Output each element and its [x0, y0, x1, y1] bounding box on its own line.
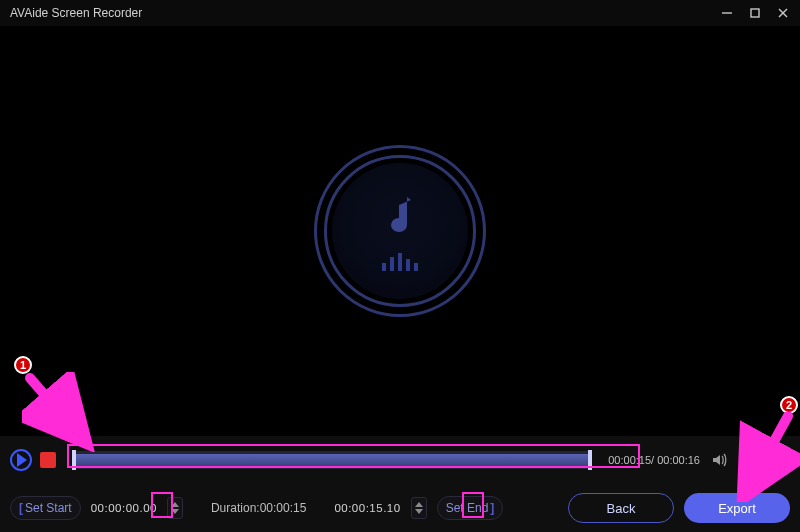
- volume-icon[interactable]: [708, 449, 730, 471]
- playback-row: 00:00:15/ 00:00:16: [0, 436, 800, 484]
- trim-row: [ Set Start 00:00:00.00 Duration:00:00:1…: [0, 484, 800, 532]
- app-title: AVAide Screen Recorder: [10, 6, 142, 20]
- chevron-up-icon: [171, 502, 179, 507]
- back-button[interactable]: Back: [568, 493, 674, 523]
- fullscreen-icon[interactable]: [768, 449, 790, 471]
- music-note-icon: [377, 191, 423, 245]
- play-button[interactable]: [10, 449, 32, 471]
- chevron-down-icon: [415, 509, 423, 514]
- set-end-button[interactable]: Set End ]: [437, 496, 504, 520]
- equalizer-icon: [382, 251, 418, 271]
- window-controls: [720, 6, 790, 20]
- preview-area: [0, 26, 800, 436]
- minimize-icon[interactable]: [720, 6, 734, 20]
- trim-handle-end[interactable]: [588, 450, 592, 470]
- audio-placeholder-graphic: [314, 145, 486, 317]
- timeline-slider[interactable]: [72, 451, 592, 469]
- total-time: 00:00:16: [657, 454, 700, 466]
- time-readout: 00:00:15/ 00:00:16: [608, 454, 700, 466]
- snapshot-icon[interactable]: [738, 449, 760, 471]
- trim-handle-start[interactable]: [72, 450, 76, 470]
- maximize-icon[interactable]: [748, 6, 762, 20]
- svg-rect-1: [751, 9, 759, 17]
- bracket-left-icon: [: [19, 501, 23, 515]
- export-button[interactable]: Export: [684, 493, 790, 523]
- start-time-stepper[interactable]: [167, 497, 183, 519]
- set-end-label: Set End: [446, 501, 489, 515]
- close-icon[interactable]: [776, 6, 790, 20]
- svg-point-5: [747, 458, 752, 463]
- chevron-up-icon: [415, 502, 423, 507]
- control-panel: 00:00:15/ 00:00:16 [ Set Start 00:00:00.…: [0, 436, 800, 532]
- start-time-value[interactable]: 00:00:00.00: [91, 502, 157, 514]
- stop-button[interactable]: [40, 452, 56, 468]
- end-time-value[interactable]: 00:00:15.10: [334, 502, 400, 514]
- timeline-fill: [75, 454, 589, 466]
- current-time: 00:00:15: [608, 454, 651, 466]
- svg-rect-6: [746, 455, 750, 457]
- duration-label: Duration:00:00:15: [211, 501, 306, 515]
- bracket-right-icon: ]: [490, 501, 494, 515]
- set-start-button[interactable]: [ Set Start: [10, 496, 81, 520]
- end-time-stepper[interactable]: [411, 497, 427, 519]
- chevron-down-icon: [171, 509, 179, 514]
- title-bar: AVAide Screen Recorder: [0, 0, 800, 26]
- set-start-label: Set Start: [25, 501, 72, 515]
